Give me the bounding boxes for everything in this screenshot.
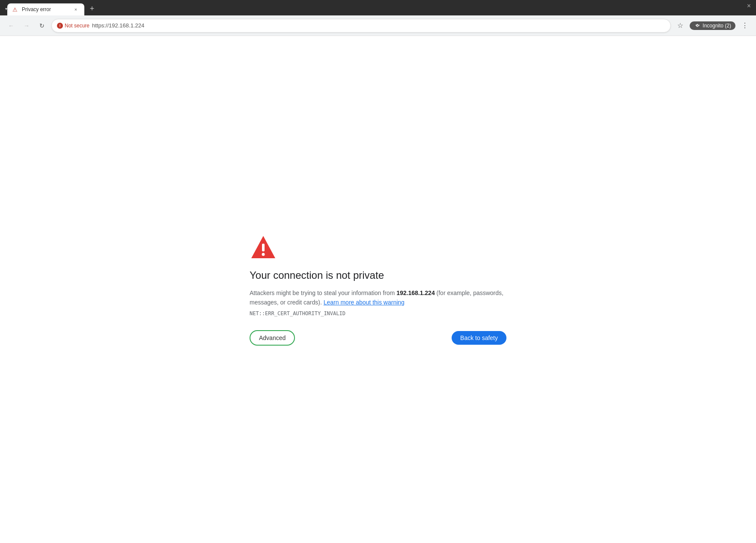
window-close-button[interactable]: ×: [747, 2, 751, 10]
tab-strip: ▾ ⚠ Privacy error × +: [0, 0, 756, 15]
error-description: Attackers might be trying to steal your …: [250, 288, 506, 307]
address-bar: ← → ↻ ! Not secure https://192.168.1.224…: [0, 15, 756, 36]
error-domain: 192.168.1.224: [396, 289, 435, 296]
svg-rect-1: [262, 244, 265, 251]
tab-favicon: ⚠: [12, 6, 18, 12]
forward-button[interactable]: →: [21, 20, 33, 32]
learn-more-link[interactable]: Learn more about this warning: [324, 299, 405, 306]
page-content: Your connection is not private Attackers…: [0, 36, 756, 543]
address-bar-right: ☆ Incognito (2) ⋮: [674, 20, 751, 32]
not-secure-label: Not secure: [65, 23, 89, 29]
error-container: Your connection is not private Attackers…: [250, 233, 506, 346]
error-title: Your connection is not private: [250, 269, 384, 281]
browser-window: ▾ ⚠ Privacy error × + × ← → ↻ ! Not secu…: [0, 0, 756, 543]
not-secure-icon: !: [57, 23, 63, 29]
bookmark-button[interactable]: ☆: [674, 20, 686, 32]
not-secure-badge: ! Not secure: [57, 23, 89, 29]
title-bar: ▾ ⚠ Privacy error × + ×: [0, 0, 756, 15]
svg-point-2: [262, 253, 265, 256]
tab-title: Privacy error: [22, 6, 69, 12]
new-tab-button[interactable]: +: [86, 3, 98, 15]
url-text: https://192.168.1.224: [92, 22, 144, 29]
active-tab[interactable]: ⚠ Privacy error ×: [7, 3, 84, 15]
description-prefix: Attackers might be trying to steal your …: [250, 289, 396, 296]
incognito-icon: [694, 22, 701, 29]
incognito-label: Incognito (2): [702, 23, 731, 29]
reload-button[interactable]: ↻: [36, 20, 48, 32]
back-to-safety-button[interactable]: Back to safety: [452, 331, 506, 345]
incognito-badge[interactable]: Incognito (2): [690, 21, 735, 30]
advanced-button[interactable]: Advanced: [250, 330, 295, 346]
button-row: Advanced Back to safety: [250, 330, 506, 346]
url-bar[interactable]: ! Not secure https://192.168.1.224: [51, 19, 671, 33]
menu-button[interactable]: ⋮: [739, 20, 751, 32]
tab-close-button[interactable]: ×: [72, 6, 79, 13]
back-button[interactable]: ←: [5, 20, 17, 32]
error-code: NET::ERR_CERT_AUTHORITY_INVALID: [250, 310, 345, 316]
warning-icon: [250, 233, 277, 261]
